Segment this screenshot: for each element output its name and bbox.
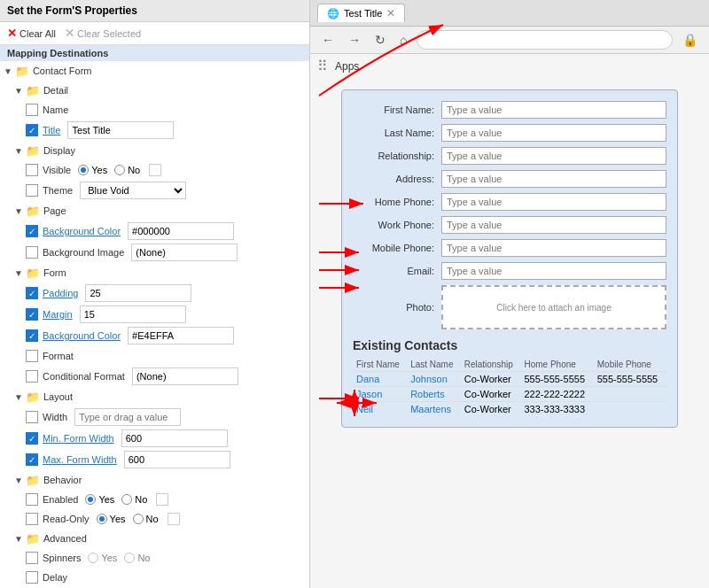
- theme-checkbox[interactable]: [25, 183, 39, 197]
- padding-label: Padding: [43, 288, 78, 298]
- address-bar-input[interactable]: [417, 30, 673, 50]
- collapse-arrow[interactable]: ▼: [14, 146, 23, 156]
- max-width-checkbox[interactable]: ✓: [25, 453, 39, 467]
- readonly-extra-checkbox[interactable]: [168, 513, 180, 525]
- max-width-label: Max. Form Width: [43, 454, 117, 465]
- row3-lastname[interactable]: Maartens: [407, 402, 461, 417]
- browser-tab[interactable]: 🌐 Test Title ✕: [317, 4, 405, 22]
- tab-close-button[interactable]: ✕: [386, 7, 395, 19]
- mobilephone-input[interactable]: [441, 239, 666, 257]
- tree-item-advanced[interactable]: ▼ 📁 Advanced: [0, 529, 309, 548]
- visible-no-radio[interactable]: No: [114, 165, 140, 175]
- cond-format-input[interactable]: [132, 368, 238, 385]
- row2-lastname[interactable]: Roberts: [407, 387, 461, 402]
- min-width-input[interactable]: [121, 429, 228, 447]
- tree-item-behavior[interactable]: ▼ 📁 Behavior: [0, 470, 309, 490]
- relationship-input[interactable]: [441, 147, 666, 165]
- collapse-arrow[interactable]: ▼: [14, 268, 23, 278]
- tree-item-detail[interactable]: ▼ 📁 Detail: [0, 81, 309, 100]
- title-checkbox[interactable]: ✓: [25, 123, 39, 137]
- min-width-checkbox[interactable]: ✓: [25, 431, 39, 445]
- max-width-input[interactable]: [124, 451, 230, 468]
- display-label: Display: [43, 145, 75, 156]
- row1-lastname[interactable]: Johnson: [407, 372, 461, 387]
- cond-format-checkbox[interactable]: [25, 369, 39, 383]
- readonly-no-radio[interactable]: No: [133, 514, 159, 524]
- bg-image-input[interactable]: [131, 244, 238, 261]
- tree-item-theme: Theme Blue Void: [0, 180, 309, 201]
- folder-icon: 📁: [15, 65, 29, 78]
- padding-checkbox[interactable]: ✓: [25, 286, 39, 300]
- reload-button[interactable]: ↻: [370, 31, 390, 49]
- tree-item-page[interactable]: ▼ 📁 Page: [0, 201, 309, 220]
- enabled-no-radio[interactable]: No: [121, 494, 147, 505]
- form-row-workphone: Work Phone:: [353, 216, 666, 234]
- workphone-label: Work Phone:: [353, 220, 441, 230]
- theme-select[interactable]: Blue Void: [80, 182, 186, 199]
- forward-button[interactable]: →: [344, 31, 365, 49]
- form-bg-color-checkbox[interactable]: ✓: [25, 329, 39, 343]
- home-button[interactable]: ⌂: [395, 31, 411, 49]
- col-firstname-header: First Name: [353, 358, 407, 372]
- browser-content: First Name: Last Name: Relationship: Add…: [310, 82, 709, 588]
- collapse-arrow[interactable]: ▼: [14, 392, 23, 402]
- folder-icon: 📁: [26, 532, 40, 545]
- address-input[interactable]: [441, 170, 666, 188]
- photo-upload-area[interactable]: Click here to attach an image: [441, 285, 666, 329]
- form-bg-color-input[interactable]: [128, 327, 234, 344]
- clear-all-button[interactable]: ✕ Clear All: [7, 27, 56, 40]
- lastname-input[interactable]: [441, 124, 666, 142]
- mobilephone-label: Mobile Phone:: [353, 243, 441, 253]
- title-value-input[interactable]: [67, 121, 174, 139]
- clear-all-label: Clear All: [19, 28, 56, 39]
- collapse-arrow[interactable]: ▼: [14, 534, 23, 544]
- row1-firstname[interactable]: Dana: [353, 372, 407, 387]
- visible-yes-radio[interactable]: Yes: [78, 165, 107, 175]
- existing-contacts-table: First Name Last Name Relationship Home P…: [353, 358, 666, 416]
- workphone-input[interactable]: [441, 216, 666, 234]
- tree-item-spinners: Spinners Yes No: [0, 548, 309, 568]
- padding-input[interactable]: [85, 284, 191, 302]
- page-bg-color-checkbox[interactable]: ✓: [25, 224, 39, 238]
- enabled-checkbox[interactable]: [25, 492, 39, 507]
- collapse-arrow[interactable]: ▼: [14, 86, 23, 96]
- tree-item-layout[interactable]: ▼ 📁 Layout: [0, 387, 309, 406]
- radio-yes-circle: [78, 165, 89, 175]
- tree-item-form[interactable]: ▼ 📁 Form: [0, 263, 309, 282]
- margin-checkbox[interactable]: ✓: [25, 307, 39, 321]
- enabled-label: Enabled: [43, 494, 78, 505]
- firstname-input[interactable]: [441, 101, 666, 119]
- margin-input[interactable]: [80, 306, 186, 323]
- back-button[interactable]: ←: [317, 31, 339, 49]
- collapse-arrow[interactable]: ▼: [4, 66, 12, 76]
- enabled-extra-checkbox[interactable]: [156, 493, 168, 506]
- clear-selected-button[interactable]: ✕ Clear Selected: [65, 27, 141, 40]
- width-input[interactable]: [74, 408, 181, 426]
- visible-checkbox[interactable]: [25, 163, 39, 177]
- row3-firstname[interactable]: Neil: [353, 402, 407, 417]
- collapse-arrow[interactable]: ▼: [14, 206, 23, 216]
- browser-tab-bar: 🌐 Test Title ✕: [310, 0, 709, 27]
- page-bg-color-input[interactable]: [128, 222, 234, 240]
- collapse-arrow[interactable]: ▼: [14, 476, 23, 485]
- width-checkbox[interactable]: [25, 410, 39, 424]
- format-checkbox[interactable]: [25, 349, 39, 363]
- theme-label: Theme: [43, 185, 73, 196]
- bg-image-checkbox[interactable]: [25, 245, 39, 259]
- homephone-input[interactable]: [441, 193, 666, 211]
- tree-item-display[interactable]: ▼ 📁 Display: [0, 141, 309, 160]
- spinners-checkbox[interactable]: [25, 551, 39, 565]
- visible-extra-checkbox[interactable]: [149, 164, 161, 176]
- page-label: Page: [43, 205, 66, 216]
- folder-icon: 📁: [26, 474, 40, 487]
- name-checkbox[interactable]: [25, 103, 39, 117]
- tree-item-contact-form[interactable]: ▼ 📁 Contact Form: [0, 61, 309, 81]
- email-input[interactable]: [441, 262, 666, 280]
- delay-checkbox[interactable]: [25, 570, 39, 584]
- radio-no-circle: [114, 165, 125, 175]
- readonly-checkbox[interactable]: [25, 512, 39, 526]
- enabled-yes-radio[interactable]: Yes: [85, 494, 114, 505]
- existing-contacts-title: Existing Contacts: [353, 338, 666, 352]
- row2-firstname[interactable]: Jason: [353, 387, 407, 402]
- readonly-yes-radio[interactable]: Yes: [97, 514, 126, 524]
